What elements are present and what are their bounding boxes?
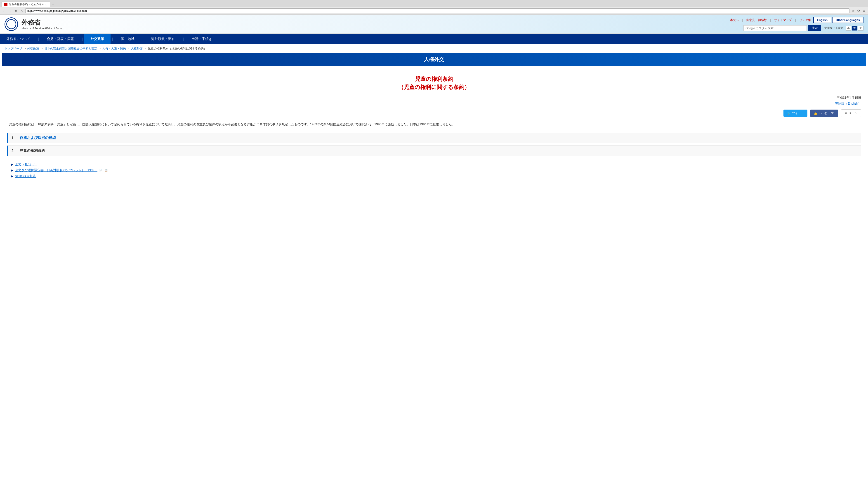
bc-sep1: > xyxy=(24,47,26,50)
nav-about[interactable]: 外務省について xyxy=(0,34,36,44)
browser-chrome: 児童の権利条約（児童の権 × × + ← → ↻ ⌂ ☆ ⚙ ≡ xyxy=(0,0,868,15)
breadcrumb: トップページ > 外交政策 > 日本の安全保障と国際社会の平和と安定 > 人権・… xyxy=(0,44,868,53)
article-date: 平成31年4月15日 xyxy=(7,96,861,100)
breadcrumb-japan-security[interactable]: 日本の安全保障と国際社会の平和と安定 xyxy=(44,47,97,50)
section-1-title-link[interactable]: 作成および採択の経緯 xyxy=(20,135,56,140)
tab-favicon xyxy=(4,3,7,6)
home-button[interactable]: ⌂ xyxy=(20,8,24,13)
sep2: ｜ xyxy=(769,18,772,22)
tweet-label: ツイート xyxy=(792,111,804,115)
section-2-num: 2 xyxy=(11,149,16,153)
tab-title: 児童の権利条約（児童の権 × xyxy=(9,2,43,6)
new-tab-button[interactable]: + xyxy=(51,1,56,7)
list-item-1: ▶ 全文（見出し） xyxy=(11,162,857,166)
section-1-header: 1 作成および採択の経緯 xyxy=(7,133,861,143)
banner-title: 人権外交 xyxy=(424,57,444,62)
nav-application[interactable]: 申請・手続き xyxy=(185,34,218,44)
header-lang-buttons: English Other Languages xyxy=(813,17,864,23)
font-size-label: 文字サイズ変更 xyxy=(825,26,843,30)
link-sitemap[interactable]: サイトマップ xyxy=(774,18,792,22)
tweet-button[interactable]: 🐦 ツイート xyxy=(783,109,807,117)
list-item-3: ▶ 第1回政府報告 xyxy=(11,174,857,178)
site-logo: 外務省 Ministry of Foreign Affairs of Japan xyxy=(4,18,63,31)
mail-icon: ✉ xyxy=(845,111,847,115)
link-honbun[interactable]: 本文へ xyxy=(730,18,739,22)
arrow-icon-1: ▶ xyxy=(11,163,13,166)
breadcrumb-human-rights-diplomacy[interactable]: 人権外交 xyxy=(131,47,143,50)
article-english-link: 英語版（English） xyxy=(7,102,861,106)
back-button[interactable]: ← xyxy=(2,8,6,13)
font-size-large[interactable]: 大 xyxy=(858,26,864,31)
nav-sep2: ｜ xyxy=(80,37,84,41)
copy-icon: 📋 xyxy=(104,169,108,172)
nav-sep4: ｜ xyxy=(141,37,145,41)
url-bar[interactable] xyxy=(25,8,849,13)
menu-button[interactable]: ≡ xyxy=(862,8,866,13)
active-tab[interactable]: 児童の権利条約（児童の権 × × xyxy=(1,1,50,7)
bc-sep4: > xyxy=(127,47,130,50)
nav-foreign-policy[interactable]: 外交政策 xyxy=(84,34,111,44)
english-version-link[interactable]: 英語版（English） xyxy=(835,102,861,105)
link-pdf[interactable]: 全文及び選択議定書（日英対照版パンフレット）（PDF） xyxy=(15,168,97,172)
breadcrumb-human-rights[interactable]: 人権・人道・難民 xyxy=(102,47,126,50)
refresh-button[interactable]: ↻ xyxy=(13,8,18,13)
browser-action-buttons: ☆ ⚙ ≡ xyxy=(851,8,866,13)
section-2-header: 2 児童の権利条約 xyxy=(7,145,861,156)
section-2-title: 児童の権利条約 xyxy=(20,149,45,153)
pdf-icon: 📄 xyxy=(99,169,103,172)
english-button[interactable]: English xyxy=(813,17,831,23)
bc-sep2: > xyxy=(41,47,43,50)
browser-controls: ← → ↻ ⌂ ☆ ⚙ ≡ xyxy=(0,7,868,14)
font-size-small[interactable]: 小 xyxy=(846,26,851,31)
links-list: ▶ 全文（見出し） ▶ 全文及び選択議定書（日英対照版パンフレット）（PDF） … xyxy=(7,158,861,182)
extensions-button[interactable]: ⚙ xyxy=(856,8,861,13)
tab-bar: 児童の権利条約（児童の権 × × + xyxy=(0,0,868,7)
nav-travel[interactable]: 海外渡航・滞在 xyxy=(145,34,181,44)
breadcrumb-foreign-policy[interactable]: 外交政策 xyxy=(27,47,39,50)
other-languages-button[interactable]: Other Languages xyxy=(832,17,864,23)
nav-sep1: ｜ xyxy=(36,37,40,41)
link-links[interactable]: リンク集 xyxy=(799,18,811,22)
nav-countries[interactable]: 国・地域 xyxy=(115,34,141,44)
search-button[interactable]: 検索 xyxy=(808,25,821,31)
header-search: 検索 xyxy=(743,25,821,31)
like-icon: 👍 xyxy=(814,111,817,115)
logo-circle xyxy=(4,18,18,31)
link-first-report[interactable]: 第1回政府報告 xyxy=(15,174,36,178)
logo-japanese: 外務省 xyxy=(22,18,63,27)
header-right: 本文へ ｜ 御意見・御感想 ｜ サイトマップ ｜ リンク集 English Ot… xyxy=(730,17,864,31)
like-label: いいね！ 91 xyxy=(819,111,835,115)
intro-text: 児童の権利条約は、18歳未満を「児童」と定義し、国際人権規約において定められてい… xyxy=(7,122,861,127)
site-header: 外務省 Ministry of Foreign Affairs of Japan… xyxy=(0,15,868,34)
nav-press[interactable]: 会見・発表・広報 xyxy=(40,34,80,44)
bookmark-button[interactable]: ☆ xyxy=(851,8,855,13)
breadcrumb-top[interactable]: トップページ xyxy=(4,47,22,50)
article-title-line1: 児童の権利条約 xyxy=(7,75,861,83)
breadcrumb-current: 児童の権利条約（児童の権利に関する条約） xyxy=(148,47,207,50)
search-input[interactable] xyxy=(743,25,807,31)
nav-sep5: ｜ xyxy=(181,37,185,41)
sep3: ｜ xyxy=(794,18,797,22)
link-full-text[interactable]: 全文（見出し） xyxy=(15,162,37,166)
sep1: ｜ xyxy=(741,18,744,22)
mail-label: メール xyxy=(848,111,857,115)
section-1-num: 1 xyxy=(11,136,16,140)
article-title-line2: （児童の権利に関する条約） xyxy=(7,83,861,91)
link-goiken[interactable]: 御意見・御感想 xyxy=(746,18,767,22)
mail-button[interactable]: ✉ メール xyxy=(841,109,861,117)
article-title: 児童の権利条約 （児童の権利に関する条約） xyxy=(7,75,861,91)
bc-sep3: > xyxy=(99,47,101,50)
logo-text-block: 外務省 Ministry of Foreign Affairs of Japan xyxy=(22,18,63,30)
like-button[interactable]: 👍 いいね！ 91 xyxy=(810,109,838,117)
bc-sep5: > xyxy=(145,47,147,50)
logo-english: Ministry of Foreign Affairs of Japan xyxy=(22,27,63,30)
font-size-medium[interactable]: 中 xyxy=(852,26,857,31)
arrow-icon-3: ▶ xyxy=(11,175,13,178)
header-top-links: 本文へ ｜ 御意見・御感想 ｜ サイトマップ ｜ リンク集 xyxy=(730,18,811,22)
list-item-2: ▶ 全文及び選択議定書（日英対照版パンフレット）（PDF） 📄 📋 xyxy=(11,168,857,172)
page-banner: 人権外交 xyxy=(2,53,866,66)
main-nav: 外務省について ｜ 会見・発表・広報 ｜ 外交政策 ｜ 国・地域 ｜ 海外渡航・… xyxy=(0,34,868,44)
forward-button[interactable]: → xyxy=(8,8,12,13)
arrow-icon-2: ▶ xyxy=(11,169,13,172)
tab-close-button[interactable]: × xyxy=(45,3,47,6)
